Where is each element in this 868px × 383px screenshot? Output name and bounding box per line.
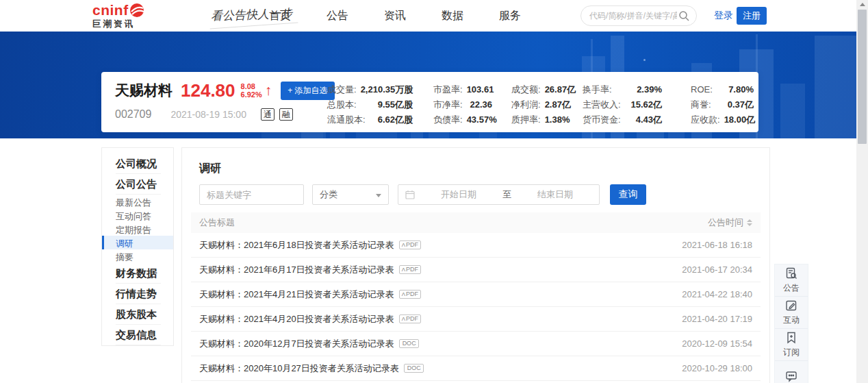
top-header: cninf 巨潮资讯 看公告快人一步 首页公告资讯数据服务 登录 注册 xyxy=(0,0,868,32)
edit-icon xyxy=(784,299,798,312)
sidebar-item[interactable]: 交易信息 xyxy=(102,325,173,345)
nav-item[interactable]: 资讯 xyxy=(384,9,406,23)
table-row[interactable]: 天赐材料：2020年10月27日投资者关系活动记录表 DOC 2020-10-2… xyxy=(191,356,761,381)
announcement-time: 2021-04-22 18:40 xyxy=(682,289,752,299)
table-row[interactable]: 天赐材料：2020年12月7日投资者关系活动记录表 DOC 2020-12-09… xyxy=(191,332,761,356)
toolbar-announcements[interactable]: 公告 xyxy=(775,264,808,297)
table-row[interactable]: 天赐材料：2021年6月18日投资者关系活动记录表 ΛPDF 2021-06-1… xyxy=(191,233,761,258)
category-select-value: 分类 xyxy=(320,188,337,201)
keyword-input[interactable] xyxy=(199,184,304,205)
scrollbar[interactable] xyxy=(856,0,868,383)
search-icon[interactable] xyxy=(678,10,690,22)
announcement-title[interactable]: 天赐材料：2021年6月18日投资者关系活动记录表 xyxy=(199,239,394,251)
announcement-title[interactable]: 天赐材料：2020年12月7日投资者关系活动记录表 xyxy=(199,338,394,350)
sidebar-item[interactable]: 调研 xyxy=(102,236,173,249)
file-type-badge: ΛPDF xyxy=(399,240,421,249)
building-shape xyxy=(780,84,805,138)
end-date-input[interactable]: 结束日期 xyxy=(511,188,599,201)
toolbar-label: 互动 xyxy=(783,314,800,326)
sidebar-item[interactable]: 公司概况 xyxy=(102,153,173,174)
sidebar-item[interactable]: 摘要 xyxy=(102,249,173,263)
stock-code: 002709 xyxy=(115,108,151,121)
quote-time: 2021-08-19 15:00 xyxy=(170,109,246,120)
column-time-header[interactable]: 公告时间 xyxy=(708,217,752,229)
metric-label: 质押率: xyxy=(511,112,541,127)
file-type-badge: DOC xyxy=(399,339,419,348)
logo-row: cninf xyxy=(92,2,144,18)
page: cninf 巨潮资讯 看公告快人一步 首页公告资讯数据服务 登录 注册 xyxy=(0,0,868,383)
metric-value: 26.87亿 xyxy=(545,82,576,97)
sidebar-item[interactable]: 最新公告 xyxy=(102,195,173,208)
register-button[interactable]: 注册 xyxy=(737,7,767,25)
announcement-title[interactable]: 天赐材料：2021年4月20日投资者关系活动记录表 xyxy=(199,313,394,325)
toolbar-feedback[interactable] xyxy=(775,361,808,383)
search-box[interactable] xyxy=(580,5,697,26)
category-select[interactable]: 分类 xyxy=(312,184,389,205)
metric-value: 9.55亿股 xyxy=(378,97,413,112)
login-link[interactable]: 登录 xyxy=(714,10,733,22)
metrics-column: 成交额:26.87亿净利润:2.87亿质押率:1.38% xyxy=(511,82,569,127)
toolbar-label: 订阅 xyxy=(783,347,800,358)
stock-subline: 002709 2021-08-19 15:00 通 融 xyxy=(115,108,293,121)
nav-item[interactable]: 首页 xyxy=(269,9,291,23)
building-shape xyxy=(815,36,857,138)
metric-value: 2,210.35万股 xyxy=(361,82,413,97)
query-button[interactable]: 查询 xyxy=(610,184,646,205)
page-title: 调研 xyxy=(199,162,221,176)
metrics-column: 市盈率:103.61市净率:22.36负债率:43.57% xyxy=(433,82,492,127)
metric-value: 22.36 xyxy=(470,97,492,112)
nav-item[interactable]: 数据 xyxy=(442,9,463,23)
stock-name: 天赐材料 xyxy=(115,81,173,100)
toolbar-subscribe[interactable]: 订阅 xyxy=(775,329,808,361)
metric-label: 货币资金: xyxy=(583,112,621,127)
pdf-icon: Λ xyxy=(402,266,405,273)
scroll-up-arrow[interactable] xyxy=(856,0,868,8)
calendar-icon xyxy=(405,190,415,199)
sidebar-item[interactable]: 定期报告 xyxy=(102,222,173,236)
announcement-time: 2020-10-29 18:00 xyxy=(682,363,752,373)
announcement-title[interactable]: 天赐材料：2021年6月17日投资者关系活动记录表 xyxy=(199,264,394,276)
metric-label: 成交额: xyxy=(511,82,541,97)
chat-icon xyxy=(784,369,798,383)
announcement-title[interactable]: 天赐材料：2021年4月21日投资者关系活动记录表 xyxy=(199,288,394,301)
stock-change: 8.08 6.92% xyxy=(241,82,262,99)
start-date-input[interactable]: 开始日期 xyxy=(415,188,502,201)
nav-item[interactable]: 服务 xyxy=(499,9,521,23)
filter-bar: 分类 开始日期 至 结束日期 查询 xyxy=(199,184,646,205)
metric-row: 市净率:22.36 xyxy=(433,97,492,112)
search-input[interactable] xyxy=(589,7,677,25)
metric-row: 成交额:26.87亿 xyxy=(511,82,569,97)
scrollbar-thumb[interactable] xyxy=(858,10,867,144)
change-amount: 8.08 xyxy=(241,82,262,90)
table-row[interactable]: 天赐材料：2021年6月17日投资者关系活动记录表 ΛPDF 2021-06-1… xyxy=(191,258,761,282)
metric-row: 市盈率:103.61 xyxy=(433,82,492,97)
metric-label: 负债率: xyxy=(433,112,463,127)
metric-value: 43.57% xyxy=(467,112,497,127)
metrics-column: ROE:7.80%商誉:0.37亿应收款:18.00亿 xyxy=(691,82,754,127)
metric-row: 应收款:18.00亿 xyxy=(691,112,754,127)
table-row[interactable]: 天赐材料：2021年4月21日投资者关系活动记录表 ΛPDF 2021-04-2… xyxy=(191,282,761,307)
metric-row: 换手率:2.39% xyxy=(583,82,662,97)
nav-item[interactable]: 公告 xyxy=(327,9,348,23)
add-watchlist-button[interactable]: + 添加自选 xyxy=(281,82,334,100)
metric-row: ROE:7.80% xyxy=(691,82,754,97)
announcement-table: 公告标题 公告时间 天赐材料：2021年6月18日投资者关系活动记录表 ΛPDF… xyxy=(191,212,761,381)
metric-label: 净利润: xyxy=(511,97,541,112)
sidebar-item[interactable]: 行情走势 xyxy=(102,284,173,304)
toolbar-interaction[interactable]: 互动 xyxy=(775,297,808,329)
metric-label: 流通股本: xyxy=(327,112,366,127)
site-logo[interactable]: cninf 巨潮资讯 xyxy=(92,2,144,30)
metric-row: 负债率:43.57% xyxy=(433,112,492,127)
date-range-picker[interactable]: 开始日期 至 结束日期 xyxy=(398,184,600,205)
table-row[interactable]: 天赐材料：2021年4月20日投资者关系活动记录表 ΛPDF 2021-04-2… xyxy=(191,307,761,332)
metric-label: 商誉: xyxy=(691,97,711,112)
sort-icon[interactable] xyxy=(747,219,752,226)
announcement-title[interactable]: 天赐材料：2020年10月27日投资者关系活动记录表 xyxy=(199,362,399,375)
sidebar-item[interactable]: 互动问答 xyxy=(102,208,173,222)
file-type-label: DOC xyxy=(407,365,421,372)
metric-value: 6.62亿股 xyxy=(378,112,413,127)
sidebar-item[interactable]: 公司公告 xyxy=(102,174,173,195)
sidebar-item[interactable]: 财务数据 xyxy=(102,263,173,284)
sidebar-item[interactable]: 股东股本 xyxy=(102,304,173,325)
metric-value: 7.80% xyxy=(728,82,754,97)
